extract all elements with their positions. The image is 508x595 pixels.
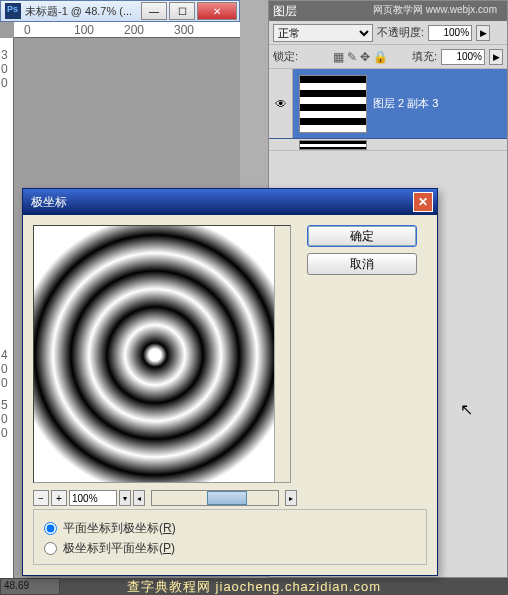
- layer-item[interactable]: [269, 139, 507, 151]
- opacity-slider-button[interactable]: ▶: [476, 25, 490, 41]
- zoom-in-button[interactable]: +: [51, 490, 67, 506]
- ruler-horizontal[interactable]: 0 100 200 300: [14, 22, 240, 38]
- scroll-left-button[interactable]: ◂: [133, 490, 145, 506]
- radio-rect-to-polar[interactable]: 平面坐标到极坐标(R): [44, 518, 416, 538]
- ruler-tick: 0: [24, 23, 31, 37]
- close-button[interactable]: ✕: [197, 2, 237, 20]
- document-titlebar[interactable]: 未标题-1 @ 48.7% (... — ☐ ✕: [0, 0, 240, 22]
- polar-coordinates-dialog: 极坐标 ✕ − + 100% ▾ ◂ ▸ 确定 取消: [22, 188, 438, 576]
- preview-scrollbar-horizontal[interactable]: [151, 490, 279, 506]
- layer-visibility-toggle[interactable]: 👁: [269, 69, 293, 138]
- layer-name[interactable]: 图层 2 副本 3: [373, 96, 438, 111]
- lock-pixels-icon[interactable]: ✎: [347, 50, 357, 64]
- photoshop-icon: [5, 3, 21, 19]
- lock-label: 锁定:: [273, 49, 298, 64]
- minimize-button[interactable]: —: [141, 2, 167, 20]
- radio-label: 平面坐标到极坐标(R): [63, 520, 176, 537]
- lock-icons-group: ▦ ✎ ✥ 🔒: [333, 50, 388, 64]
- dialog-titlebar[interactable]: 极坐标 ✕: [23, 189, 437, 215]
- scroll-right-button[interactable]: ▸: [285, 490, 297, 506]
- preview-scrollbar-vertical[interactable]: [274, 226, 290, 482]
- dialog-close-button[interactable]: ✕: [413, 192, 433, 212]
- layer-thumbnail[interactable]: [299, 75, 367, 133]
- ruler-vertical[interactable]: 3 0 0 4 0 0 5 0 0: [0, 38, 14, 578]
- radio-input[interactable]: [44, 542, 57, 555]
- eye-icon: 👁: [275, 97, 287, 111]
- cancel-button[interactable]: 取消: [307, 253, 417, 275]
- watermark-text: 网页教学网 www.webjx.com: [373, 3, 497, 17]
- page-watermark: 查字典教程网 jiaocheng.chazidian.com: [0, 578, 508, 595]
- opacity-label: 不透明度:: [377, 25, 424, 40]
- layer-item[interactable]: 👁 图层 2 副本 3: [269, 69, 507, 139]
- dialog-body: − + 100% ▾ ◂ ▸ 确定 取消: [23, 215, 437, 519]
- fill-label: 填充:: [412, 49, 437, 64]
- zoom-dropdown-button[interactable]: ▾: [119, 490, 131, 506]
- conversion-options-group: 平面坐标到极坐标(R) 极坐标到平面坐标(P): [33, 509, 427, 565]
- ok-button[interactable]: 确定: [307, 225, 417, 247]
- layers-lock-row: 锁定: ▦ ✎ ✥ 🔒 填充: ▶: [269, 45, 507, 69]
- layers-tab[interactable]: 图层: [273, 3, 297, 20]
- ruler-tick: 5 0 0: [1, 398, 13, 440]
- window-buttons: — ☐ ✕: [141, 2, 239, 20]
- opacity-input[interactable]: [428, 25, 472, 41]
- layer-list: 👁 图层 2 副本 3: [269, 69, 507, 151]
- lock-all-icon[interactable]: 🔒: [373, 50, 388, 64]
- preview-area: − + 100% ▾ ◂ ▸: [33, 225, 297, 509]
- dialog-title: 极坐标: [27, 194, 413, 211]
- radio-label: 极坐标到平面坐标(P): [63, 540, 175, 557]
- maximize-button[interactable]: ☐: [169, 2, 195, 20]
- lock-transparent-icon[interactable]: ▦: [333, 50, 344, 64]
- preview-image: [34, 226, 276, 483]
- ruler-tick: 200: [124, 23, 144, 37]
- dialog-buttons: 确定 取消: [307, 225, 417, 509]
- radio-input[interactable]: [44, 522, 57, 535]
- cursor-icon: ↖: [460, 400, 473, 419]
- lock-position-icon[interactable]: ✥: [360, 50, 370, 64]
- ruler-tick: 100: [74, 23, 94, 37]
- layers-options-row: 正常 不透明度: ▶: [269, 21, 507, 45]
- ruler-tick: 3 0 0: [1, 48, 13, 90]
- layers-panel-header[interactable]: 图层 网页教学网 www.webjx.com: [269, 1, 507, 21]
- radio-polar-to-rect[interactable]: 极坐标到平面坐标(P): [44, 538, 416, 558]
- document-title: 未标题-1 @ 48.7% (...: [25, 4, 141, 19]
- zoom-out-button[interactable]: −: [33, 490, 49, 506]
- fill-slider-button[interactable]: ▶: [489, 49, 503, 65]
- ruler-tick: 4 0 0: [1, 348, 13, 390]
- fill-input[interactable]: [441, 49, 485, 65]
- preview-box[interactable]: [33, 225, 291, 483]
- blend-mode-select[interactable]: 正常: [273, 24, 373, 42]
- zoom-value[interactable]: 100%: [69, 490, 117, 506]
- layer-thumbnail[interactable]: [299, 140, 367, 150]
- ruler-tick: 300: [174, 23, 194, 37]
- scrollbar-thumb[interactable]: [207, 491, 247, 505]
- preview-controls: − + 100% ▾ ◂ ▸: [33, 487, 297, 509]
